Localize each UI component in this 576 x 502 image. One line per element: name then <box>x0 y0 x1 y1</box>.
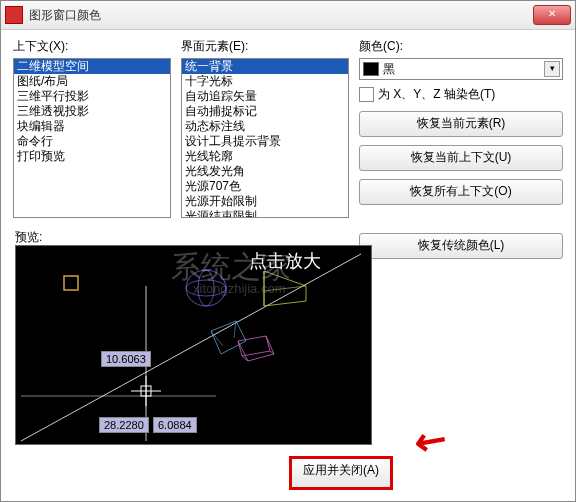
apply-close-button[interactable]: 应用并关闭(A) <box>289 456 393 490</box>
list-item[interactable]: 命令行 <box>14 134 170 149</box>
list-item[interactable]: 光源开始限制 <box>182 194 348 209</box>
list-item[interactable]: 三维平行投影 <box>14 89 170 104</box>
checkbox-icon[interactable] <box>359 87 374 102</box>
chevron-down-icon[interactable]: ▾ <box>544 61 560 77</box>
list-item[interactable]: 自动捕捉标记 <box>182 104 348 119</box>
coord-3: 6.0884 <box>153 417 197 433</box>
svg-line-0 <box>21 254 361 441</box>
color-label: 颜色(C): <box>359 38 563 55</box>
tint-checkbox-row[interactable]: 为 X、Y、Z 轴染色(T) <box>359 86 563 103</box>
coord-2: 28.2280 <box>99 417 149 433</box>
preview-pane[interactable] <box>15 245 372 445</box>
elements-label: 界面元素(E): <box>181 38 349 55</box>
color-swatch <box>363 62 379 76</box>
svg-point-8 <box>186 280 226 296</box>
list-item[interactable]: 打印预览 <box>14 149 170 164</box>
list-item[interactable]: 光线发光角 <box>182 164 348 179</box>
list-item[interactable]: 二维模型空间 <box>14 59 170 74</box>
restore-element-button[interactable]: 恢复当前元素(R) <box>359 111 563 137</box>
restore-legacy-button[interactable]: 恢复传统颜色(L) <box>359 233 563 259</box>
svg-point-9 <box>198 270 214 306</box>
restore-context-button[interactable]: 恢复当前上下文(U) <box>359 145 563 171</box>
list-item[interactable]: 自动追踪矢量 <box>182 89 348 104</box>
svg-point-7 <box>186 270 226 306</box>
list-item[interactable]: 动态标注线 <box>182 119 348 134</box>
restore-all-button[interactable]: 恢复所有上下文(O) <box>359 179 563 205</box>
list-item[interactable]: 十字光标 <box>182 74 348 89</box>
window-title: 图形窗口颜色 <box>29 7 533 24</box>
list-item[interactable]: 光线轮廓 <box>182 149 348 164</box>
app-icon <box>5 6 23 24</box>
coord-1: 10.6063 <box>101 351 151 367</box>
close-button[interactable]: ✕ <box>533 5 571 25</box>
list-item[interactable]: 光源结束限制 <box>182 209 348 218</box>
list-item[interactable]: 统一背景 <box>182 59 348 74</box>
svg-line-11 <box>264 286 306 291</box>
arrow-annotation: ↙ <box>406 414 457 468</box>
color-value: 黑 <box>383 61 395 78</box>
tint-label: 为 X、Y、Z 轴染色(T) <box>378 86 495 103</box>
list-item[interactable]: 光源707色 <box>182 179 348 194</box>
svg-rect-3 <box>64 276 78 290</box>
context-label: 上下文(X): <box>13 38 171 55</box>
color-dropdown[interactable]: 黑 ▾ <box>359 58 563 80</box>
list-item[interactable]: 三维透视投影 <box>14 104 170 119</box>
list-item[interactable]: 设计工具提示背景 <box>182 134 348 149</box>
context-listbox[interactable]: 二维模型空间 图纸/布局 三维平行投影 三维透视投影 块编辑器 命令行 打印预览 <box>13 58 171 218</box>
titlebar: 图形窗口颜色 ✕ <box>1 1 575 30</box>
list-item[interactable]: 块编辑器 <box>14 119 170 134</box>
preview-label: 预览: <box>15 229 42 246</box>
elements-listbox[interactable]: 统一背景 十字光标 自动追踪矢量 自动捕捉标记 动态标注线 设计工具提示背景 光… <box>181 58 349 218</box>
list-item[interactable]: 图纸/布局 <box>14 74 170 89</box>
